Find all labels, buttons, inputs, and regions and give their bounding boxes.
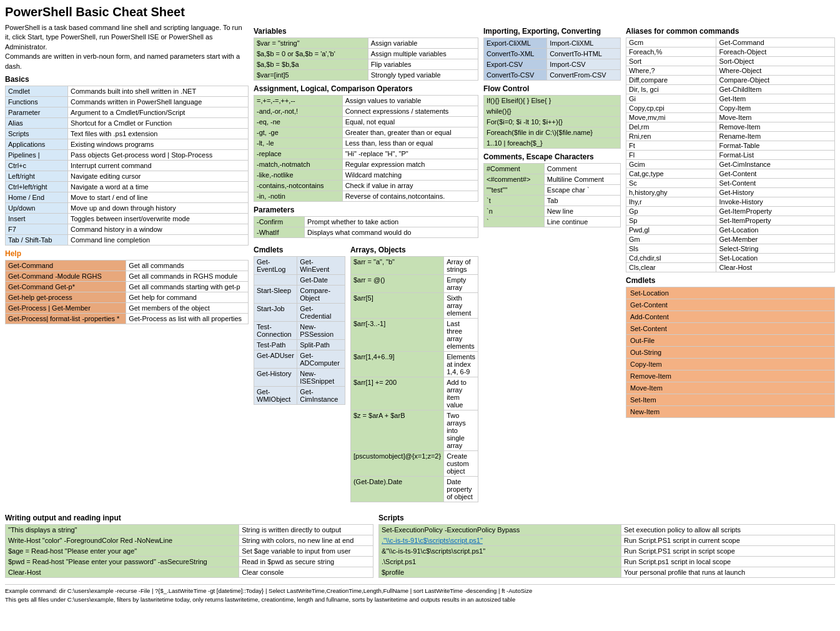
table-row: 1..10 | foreach{$_} xyxy=(484,138,621,149)
table-row: &"\\c-is-ts-91\c$\scripts\script.ps1"Run… xyxy=(379,546,835,557)
table-row: $pwd = Read-host "Please enter your pass… xyxy=(6,557,373,567)
example-line2: This gets all files under C:\users\examp… xyxy=(5,596,515,603)
arrays-table: $arr = "a", "b"Array of strings$arr = @(… xyxy=(350,256,478,502)
table-row: Get-CommandGet all commands xyxy=(6,260,249,271)
table-row: ParameterArgument to a Cmdlet/Function/S… xyxy=(6,107,249,117)
table-row: ""test""Escape char ` xyxy=(484,185,621,196)
table-row: .\Script.ps1Run Script.ps1 script in loc… xyxy=(379,557,835,567)
table-row: SortSort-Object xyxy=(626,57,835,66)
table-row: $arr[5]Sixth array element xyxy=(350,293,478,319)
table-row: Set-Content xyxy=(626,323,835,335)
table-row: Move,mv,miMove-Item xyxy=(626,113,835,122)
table-row: Out-String xyxy=(626,347,835,359)
table-row: Ctrl+cInterrupt current command xyxy=(6,160,249,171)
table-row: Get-WMIObjectGet-CimInstance xyxy=(254,387,345,405)
variables-title: Variables xyxy=(254,27,478,36)
table-row: Add-Content xyxy=(626,311,835,323)
table-row: (Get-Date).DateDate property of object xyxy=(350,477,478,502)
table-row: ."\\c-is-ts-91\c$\scripts\script.ps1"Run… xyxy=(379,535,835,546)
table-row: Where,?Where-Object xyxy=(626,66,835,76)
parameters-title: Parameters xyxy=(254,206,478,214)
table-row: [pscustomobject]@{x=1;z=2}Create custom … xyxy=(350,451,478,477)
table-row: -and,-or,-not,!Connect expressions / sta… xyxy=(254,106,478,117)
importing-table: Export-CliXMLImport-CliXMLConvertTo-XMLC… xyxy=(483,37,621,81)
table-row: -gt, -geGreater than, greater than or eq… xyxy=(254,127,478,138)
table-row: Left/rightNavigate editing cursor xyxy=(6,171,249,181)
table-row: `tTab xyxy=(484,196,621,206)
table-row: Diff,compareCompare-Object xyxy=(626,76,835,85)
table-row: Tab / Shift-TabCommand line completion xyxy=(6,234,249,245)
table-row: Dir, ls, gciGet-ChildItem xyxy=(626,85,835,94)
table-row: Get-Date xyxy=(254,275,345,286)
table-row: -eq, -neEqual, not equal xyxy=(254,117,478,127)
table-row: GpGet-ItemProperty xyxy=(626,207,835,216)
writing-title: Writing output and reading input xyxy=(5,514,373,522)
table-row: If(){} Elseif(){ } Else{ } xyxy=(484,96,621,106)
basics-title: Basics xyxy=(5,75,249,84)
table-row: $arr = @()Empty array xyxy=(350,275,478,293)
table-row: =,+=,-=,++,--Assign values to variable xyxy=(254,96,478,106)
table-row: Get-ADUserGet-ADComputer xyxy=(254,350,345,369)
assignment-table: =,+=,-=,++,--Assign values to variable-a… xyxy=(254,95,478,202)
table-row: Test-ConnectionNew-PSSession xyxy=(254,322,345,340)
table-row: Rni,renRename-Item xyxy=(626,132,835,141)
right-cmdlets-table: Set-LocationGet-ContentAdd-ContentSet-Co… xyxy=(626,287,835,418)
table-row: ConvertTo-CSVConvertFrom-CSV xyxy=(484,70,621,81)
table-row: $arr[1,4+6..9]Elements at index 1,4, 6-9 xyxy=(350,352,478,377)
table-row: GiGet-Item xyxy=(626,94,835,104)
cmdlets-title: Cmdlets xyxy=(254,246,345,254)
table-row: Copy,cp,cpiCopy-Item xyxy=(626,104,835,113)
table-row: "This displays a string"String is writte… xyxy=(6,525,373,535)
table-row: -lt, -leLess than, less than or equal xyxy=(254,138,478,149)
table-row: Copy-Item xyxy=(626,359,835,370)
table-row: FlFormat-List xyxy=(626,151,835,160)
table-row: Up/downMove up and down through history xyxy=(6,202,249,213)
table-row: Out-File xyxy=(626,335,835,347)
table-row: -like,-notlikeWildcard matching xyxy=(254,170,478,181)
variables-table: $var = "string"Assign variable$a,$b = 0 … xyxy=(254,37,478,81)
table-row: FunctionsCommands written in PowerShell … xyxy=(6,96,249,107)
table-row: while(){} xyxy=(484,106,621,117)
table-row: Foreach,%Foreach-Object xyxy=(626,47,835,57)
table-row: `Line continue xyxy=(484,217,621,227)
table-row: Get-help get-processGet help for command xyxy=(6,292,249,302)
table-row: Export-CSVImport-CSV xyxy=(484,59,621,70)
table-row: `nNew line xyxy=(484,206,621,217)
table-row: Home / EndMove to start / end of line xyxy=(6,192,249,202)
table-row: Remove-Item xyxy=(626,370,835,382)
table-row: SlsSelect-String xyxy=(626,244,835,254)
table-row: Export-CliXMLImport-CliXML xyxy=(484,38,621,49)
intro-text: PowerShell is a task based command line … xyxy=(5,23,249,71)
table-row: New-Item xyxy=(626,406,835,418)
flowcontrol-table: If(){} Elseif(){ } Else{ }while(){}For($… xyxy=(483,95,621,149)
aliases-table: GcmGet-CommandForeach,%Foreach-ObjectSor… xyxy=(626,37,835,272)
page-title: PowerShell Basic Cheat Sheet xyxy=(5,5,835,19)
table-row: Cls,clearClear-Host xyxy=(626,263,835,272)
example-line1: Example command: dir C:\users\example -r… xyxy=(5,587,532,594)
table-row: Cat,gc,typeGet-Content xyxy=(626,169,835,179)
table-row: -WhatIfDisplays what command would do xyxy=(254,227,478,238)
table-row: $arr[-3..-1]Last three array elements xyxy=(350,319,478,352)
table-row: $age = Read-host "Please enter your age"… xyxy=(6,546,373,557)
table-row: GcimGet-CimInstance xyxy=(626,160,835,169)
table-row: Start-SleepCompare-Object xyxy=(254,286,345,304)
table-row: Set-ExecutionPolicy -ExecutionPolicy Byp… xyxy=(379,525,835,535)
table-row: $a,$b = 0 or $a,$b = 'a','b'Assign multi… xyxy=(254,49,478,59)
table-row: FtFormat-Table xyxy=(626,141,835,151)
cmdlets-table: Get-EventLogGet-WinEventGet-DateStart-Sl… xyxy=(254,256,345,405)
table-row: $a,$b = $b,$aFlip variables xyxy=(254,59,478,70)
table-row: Set-Location xyxy=(626,287,835,299)
table-row: Ihy,rInvoke-History xyxy=(626,197,835,207)
table-row: $var = "string"Assign variable xyxy=(254,38,478,49)
table-row: Pwd,glGet-Location xyxy=(626,226,835,235)
table-row: Ctrl+left/rightNavigate a word at a time xyxy=(6,181,249,192)
table-row: h,history,ghyGet-History xyxy=(626,188,835,197)
table-row: CmdletCommands built into shell written … xyxy=(6,86,249,96)
table-row: ConvertTo-XMLConvertTo-HTML xyxy=(484,49,621,59)
table-row: Foreach($file in dir C:\){$file.name} xyxy=(484,127,621,138)
table-row: Get-Process| format-list -properties *Ge… xyxy=(6,313,249,324)
table-row: Get-Process | Get-MemberGet members of t… xyxy=(6,302,249,313)
table-row: -match,-notmatchRegular expression match xyxy=(254,159,478,170)
table-row: Cd,chdir,slSet-Location xyxy=(626,254,835,263)
parameters-table: -ConfirmPrompt whether to take action-Wh… xyxy=(254,216,478,238)
